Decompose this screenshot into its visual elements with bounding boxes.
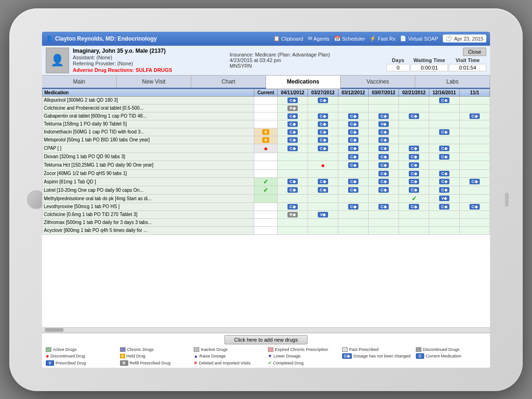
med-date-cell[interactable] [429, 218, 460, 226]
med-date-cell[interactable]: C◆ [278, 203, 308, 210]
med-date-cell[interactable] [308, 153, 338, 161]
add-drugs-button[interactable]: Click here to add new drugs [224, 335, 308, 344]
med-date-cell[interactable]: C◆ [369, 177, 399, 186]
med-name-cell[interactable]: Zithromax [500mg 1 tab PO daily for 3 da… [42, 218, 254, 226]
med-date-cell[interactable]: C◆ [399, 112, 429, 120]
med-date-cell[interactable]: C◆ [308, 128, 338, 136]
agents-btn[interactable]: ✉ Agents [308, 35, 329, 42]
med-date-cell[interactable] [429, 104, 460, 112]
med-date-cell[interactable]: V◆ [308, 210, 338, 218]
med-date-cell[interactable]: C◆ [338, 120, 369, 128]
med-date-cell[interactable] [460, 104, 490, 112]
med-date-cell[interactable] [369, 210, 399, 218]
med-date-cell[interactable] [278, 218, 308, 226]
med-date-cell[interactable] [399, 136, 429, 144]
med-date-cell[interactable]: C◆ [429, 203, 460, 210]
med-date-cell[interactable]: C◆ [369, 144, 399, 153]
fast-rx-btn[interactable]: ⚡ Fast Rx [370, 35, 395, 42]
med-date-cell[interactable]: C◆ [369, 153, 399, 161]
med-date-cell[interactable] [460, 169, 490, 177]
med-date-cell[interactable]: C◆ [278, 128, 308, 136]
med-date-cell[interactable]: C◆ [429, 186, 460, 194]
med-date-cell[interactable] [460, 128, 490, 136]
med-date-cell[interactable]: C◆ [429, 153, 460, 161]
med-date-cell[interactable] [308, 104, 338, 112]
med-date-cell[interactable]: C◆ [278, 112, 308, 120]
med-date-cell[interactable] [460, 96, 490, 104]
tab-medications[interactable]: Medications [266, 76, 341, 89]
med-date-cell[interactable]: C◆ [338, 161, 369, 169]
med-date-cell[interactable]: C◆ [338, 136, 369, 144]
med-date-cell[interactable]: C◆ [369, 169, 399, 177]
med-date-cell[interactable]: C◆ [399, 169, 429, 177]
med-date-cell[interactable] [369, 194, 399, 203]
med-date-cell[interactable]: C◆ [369, 112, 399, 120]
med-date-cell[interactable] [429, 161, 460, 169]
med-date-cell[interactable]: C◆ [399, 161, 429, 169]
med-date-cell[interactable]: C◆ [278, 136, 308, 144]
med-date-cell[interactable] [338, 194, 369, 203]
med-date-cell[interactable] [308, 226, 338, 234]
med-date-cell[interactable] [338, 210, 369, 218]
med-date-cell[interactable]: ✓ [399, 194, 429, 203]
med-date-cell[interactable] [369, 218, 399, 226]
med-date-cell[interactable]: C◆ [278, 120, 308, 128]
med-date-cell[interactable]: C◆ [308, 120, 338, 128]
med-date-cell[interactable] [429, 112, 460, 120]
med-date-cell[interactable]: ● [308, 161, 338, 169]
med-date-cell[interactable] [460, 194, 490, 203]
med-date-cell[interactable]: C◆ [308, 96, 338, 104]
med-name-cell[interactable]: CPAP [ ] [42, 144, 254, 153]
med-date-cell[interactable]: C◆ [338, 128, 369, 136]
med-date-cell[interactable]: C◆ [369, 128, 399, 136]
med-date-cell[interactable] [278, 153, 308, 161]
med-date-cell[interactable] [338, 96, 369, 104]
med-date-cell[interactable] [460, 210, 490, 218]
med-date-cell[interactable] [429, 226, 460, 234]
med-date-cell[interactable]: R◆ [278, 210, 308, 218]
med-date-cell[interactable] [460, 153, 490, 161]
med-date-cell[interactable] [460, 186, 490, 194]
med-date-cell[interactable] [399, 210, 429, 218]
med-name-cell[interactable]: Lotrel [10-20mg One cap PO daily 90 caps… [42, 186, 254, 194]
med-date-cell[interactable] [460, 144, 490, 153]
med-date-cell[interactable]: C◆ [278, 177, 308, 186]
med-date-cell[interactable]: V◆ [369, 120, 399, 128]
med-date-cell[interactable]: C◆ [429, 177, 460, 186]
med-date-cell[interactable]: C◆ [399, 153, 429, 161]
med-date-cell[interactable]: V◆ [429, 194, 460, 203]
med-date-cell[interactable]: C◆ [308, 177, 338, 186]
close-button[interactable]: Close [463, 48, 486, 56]
tab-labs[interactable]: Labs [415, 76, 490, 88]
med-date-cell[interactable]: C◆ [399, 177, 429, 186]
med-date-cell[interactable]: C◆ [399, 186, 429, 194]
scheduler-btn[interactable]: 📅 Scheduler [334, 35, 365, 42]
med-date-cell[interactable] [278, 161, 308, 169]
med-date-cell[interactable]: C◆ [308, 112, 338, 120]
med-date-cell[interactable] [278, 194, 308, 203]
med-date-cell[interactable] [399, 128, 429, 136]
med-date-cell[interactable]: C◆ [308, 144, 338, 153]
tab-main[interactable]: Main [42, 76, 117, 88]
med-date-cell[interactable]: R◆ [278, 104, 308, 112]
med-date-cell[interactable] [399, 218, 429, 226]
med-name-cell[interactable]: Colchicine [0.6mg 1 tab PO TID 270 Table… [42, 210, 254, 218]
med-date-cell[interactable] [369, 104, 399, 112]
tab-new-visit[interactable]: New Visit [117, 76, 191, 88]
med-date-cell[interactable] [460, 226, 490, 234]
med-date-cell[interactable]: C◆ [338, 186, 369, 194]
med-name-cell[interactable]: Gabapentin oral tablet [600mg 1 cap PO T… [42, 112, 254, 120]
med-date-cell[interactable] [338, 169, 369, 177]
med-grid-container[interactable]: Medication Current 04/11/2012 03/27/2012… [42, 89, 490, 327]
med-date-cell[interactable]: C◆ [369, 136, 399, 144]
med-name-cell[interactable]: Aspirin [81mg 1 Tab QD ] [42, 177, 254, 186]
med-date-cell[interactable] [369, 96, 399, 104]
med-date-cell[interactable] [278, 169, 308, 177]
med-name-cell[interactable]: Diovan [320mg 1 tab PO QD 90 tabs 3] [42, 153, 254, 161]
med-name-cell[interactable]: Levothyroxine [50mcg 1 tab PO HS ] [42, 203, 254, 210]
med-name-cell[interactable]: Tekturna [158mg 1 PO daily 90 Tablet 5] [42, 120, 254, 128]
clipboard-btn[interactable]: 📋 Clipboard [273, 35, 303, 42]
med-date-cell[interactable] [308, 194, 338, 203]
med-date-cell[interactable]: C◆ [460, 112, 490, 120]
med-date-cell[interactable]: C◆ [338, 144, 369, 153]
